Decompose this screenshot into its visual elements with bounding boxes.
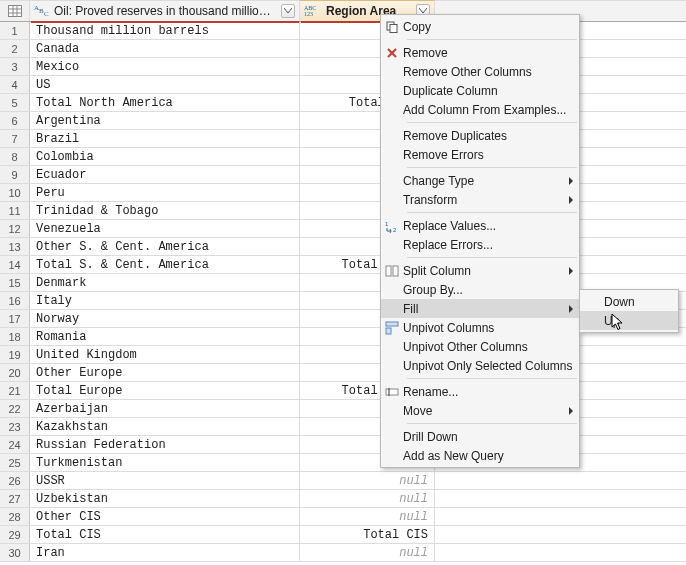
table-row[interactable]: 26USSRnull [0, 472, 686, 490]
row-number[interactable]: 18 [0, 328, 30, 345]
menu-item-group-by[interactable]: Group By... [381, 280, 579, 299]
menu-item-replace-values[interactable]: 12Replace Values... [381, 216, 579, 235]
column-dropdown-a[interactable] [281, 4, 295, 18]
row-number[interactable]: 5 [0, 94, 30, 111]
menu-item-drill-down[interactable]: Drill Down [381, 427, 579, 446]
table-row[interactable]: 22Azerbaijan [0, 400, 686, 418]
table-row[interactable]: 13Other S. & Cent. America [0, 238, 686, 256]
row-number[interactable]: 23 [0, 418, 30, 435]
menu-item-fill[interactable]: Fill [381, 299, 579, 318]
cell[interactable]: null [300, 508, 435, 525]
row-number[interactable]: 20 [0, 364, 30, 381]
grid-corner[interactable] [0, 1, 30, 21]
table-row[interactable]: 21Total EuropeTotal Europe [0, 382, 686, 400]
row-number[interactable]: 14 [0, 256, 30, 273]
row-number[interactable]: 15 [0, 274, 30, 291]
row-number[interactable]: 17 [0, 310, 30, 327]
table-row[interactable]: 7Brazil [0, 130, 686, 148]
cell[interactable]: US [30, 76, 300, 93]
table-row[interactable]: 24Russian Federation [0, 436, 686, 454]
cell[interactable]: Argentina [30, 112, 300, 129]
cell[interactable]: Norway [30, 310, 300, 327]
row-number[interactable]: 24 [0, 436, 30, 453]
cell[interactable]: Trinidad & Tobago [30, 202, 300, 219]
row-number[interactable]: 27 [0, 490, 30, 507]
cell[interactable]: Total CIS [30, 526, 300, 543]
cell[interactable]: USSR [30, 472, 300, 489]
row-number[interactable]: 22 [0, 400, 30, 417]
cell[interactable]: Denmark [30, 274, 300, 291]
menu-item-transform[interactable]: Transform [381, 190, 579, 209]
table-row[interactable]: 10Peru [0, 184, 686, 202]
row-number[interactable]: 11 [0, 202, 30, 219]
cell[interactable]: Italy [30, 292, 300, 309]
menu-item-duplicate-column[interactable]: Duplicate Column [381, 81, 579, 100]
cell[interactable]: Iran [30, 544, 300, 561]
cell[interactable]: Ecuador [30, 166, 300, 183]
cell[interactable]: Other Europe [30, 364, 300, 381]
row-number[interactable]: 16 [0, 292, 30, 309]
row-number[interactable]: 7 [0, 130, 30, 147]
cell[interactable]: Total CIS [300, 526, 435, 543]
cell[interactable]: Azerbaijan [30, 400, 300, 417]
menu-item-unpivot-other-columns[interactable]: Unpivot Other Columns [381, 337, 579, 356]
row-number[interactable]: 4 [0, 76, 30, 93]
table-row[interactable]: 28Other CISnull [0, 508, 686, 526]
menu-item-split-column[interactable]: Split Column [381, 261, 579, 280]
menu-item-change-type[interactable]: Change Type [381, 171, 579, 190]
cell[interactable]: Total Europe [30, 382, 300, 399]
cell[interactable]: Mexico [30, 58, 300, 75]
cell[interactable]: Total North America [30, 94, 300, 111]
row-number[interactable]: 25 [0, 454, 30, 471]
row-number[interactable]: 8 [0, 148, 30, 165]
submenu-item-up[interactable]: Up [580, 311, 678, 330]
menu-item-remove-duplicates[interactable]: Remove Duplicates [381, 126, 579, 145]
table-row[interactable]: 27Uzbekistannull [0, 490, 686, 508]
menu-item-replace-errors[interactable]: Replace Errors... [381, 235, 579, 254]
menu-item-rename[interactable]: Rename... [381, 382, 579, 401]
row-number[interactable]: 28 [0, 508, 30, 525]
cell[interactable]: null [300, 544, 435, 561]
cell[interactable]: Thousand million barrels [30, 22, 300, 39]
menu-item-add-as-new-query[interactable]: Add as New Query [381, 446, 579, 465]
cell[interactable]: Turkmenistan [30, 454, 300, 471]
row-number[interactable]: 10 [0, 184, 30, 201]
table-row[interactable]: 3Mexico [0, 58, 686, 76]
cell[interactable]: Total S. & Cent. America [30, 256, 300, 273]
cell[interactable]: Peru [30, 184, 300, 201]
table-row[interactable]: 25Turkmenistannull [0, 454, 686, 472]
cell[interactable]: Kazakhstan [30, 418, 300, 435]
menu-item-add-column-from-examples[interactable]: Add Column From Examples... [381, 100, 579, 119]
cell[interactable]: null [300, 490, 435, 507]
column-header-a[interactable]: A B C Oil: Proved reserves in thousand m… [30, 1, 300, 21]
cell[interactable]: Colombia [30, 148, 300, 165]
menu-item-copy[interactable]: Copy [381, 17, 579, 36]
row-number[interactable]: 29 [0, 526, 30, 543]
row-number[interactable]: 9 [0, 166, 30, 183]
menu-item-remove-other-columns[interactable]: Remove Other Columns [381, 62, 579, 81]
table-row[interactable]: 30Irannull [0, 544, 686, 562]
table-row[interactable]: 20Other Europe [0, 364, 686, 382]
table-row[interactable]: 11Trinidad & Tobago [0, 202, 686, 220]
menu-item-remove[interactable]: Remove [381, 43, 579, 62]
cell[interactable]: Russian Federation [30, 436, 300, 453]
table-row[interactable]: 23Kazakhstan [0, 418, 686, 436]
menu-item-move[interactable]: Move [381, 401, 579, 420]
menu-item-unpivot-only-selected-columns[interactable]: Unpivot Only Selected Columns [381, 356, 579, 375]
menu-item-remove-errors[interactable]: Remove Errors [381, 145, 579, 164]
cell[interactable]: Romania [30, 328, 300, 345]
submenu-item-down[interactable]: Down [580, 292, 678, 311]
cell[interactable]: Venezuela [30, 220, 300, 237]
table-row[interactable]: 5Total North AmericaTotal North [0, 94, 686, 112]
row-number[interactable]: 12 [0, 220, 30, 237]
table-row[interactable]: 4US [0, 76, 686, 94]
table-row[interactable]: 29Total CISTotal CIS [0, 526, 686, 544]
cell[interactable]: Other CIS [30, 508, 300, 525]
cell[interactable]: Other S. & Cent. America [30, 238, 300, 255]
table-row[interactable]: 6Argentina [0, 112, 686, 130]
row-number[interactable]: 19 [0, 346, 30, 363]
row-number[interactable]: 30 [0, 544, 30, 561]
cell[interactable]: United Kingdom [30, 346, 300, 363]
table-row[interactable]: 1Thousand million barrels [0, 22, 686, 40]
row-number[interactable]: 1 [0, 22, 30, 39]
